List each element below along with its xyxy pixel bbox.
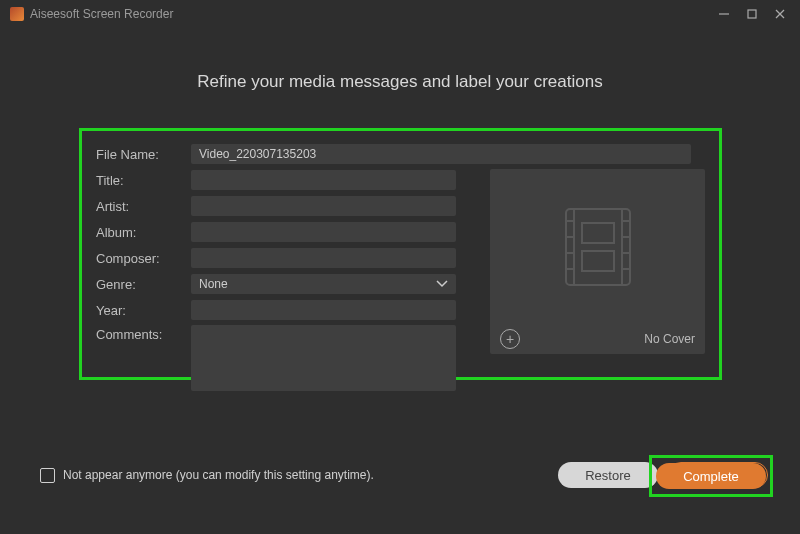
minimize-button[interactable] <box>710 4 738 24</box>
cover-preview <box>490 169 705 324</box>
complete-highlight: Complete <box>649 455 773 497</box>
select-genre-value: None <box>199 277 228 291</box>
input-year[interactable] <box>191 300 456 320</box>
minimize-icon <box>718 8 730 20</box>
row-file-name: File Name: <box>96 143 705 165</box>
not-appear-checkbox[interactable]: Not appear anymore (you can modify this … <box>40 468 374 483</box>
titlebar: Aiseesoft Screen Recorder <box>0 0 800 28</box>
svg-rect-7 <box>582 223 614 243</box>
restore-button[interactable]: Restore <box>558 462 658 488</box>
svg-rect-4 <box>566 209 630 285</box>
maximize-icon <box>746 8 758 20</box>
window-controls <box>710 4 794 24</box>
label-year: Year: <box>96 303 191 318</box>
close-button[interactable] <box>766 4 794 24</box>
input-artist[interactable] <box>191 196 456 216</box>
window-title: Aiseesoft Screen Recorder <box>30 7 173 21</box>
label-album: Album: <box>96 225 191 240</box>
label-artist: Artist: <box>96 199 191 214</box>
input-comments[interactable] <box>191 325 456 391</box>
metadata-panel: File Name: Title: Artist: Album: Compose… <box>79 128 722 380</box>
close-icon <box>774 8 786 20</box>
no-cover-label: No Cover <box>644 332 695 346</box>
label-genre: Genre: <box>96 277 191 292</box>
add-cover-button[interactable]: + <box>500 329 520 349</box>
page-heading: Refine your media messages and label you… <box>0 72 800 92</box>
checkbox-label: Not appear anymore (you can modify this … <box>63 468 374 482</box>
select-genre[interactable]: None <box>191 274 456 294</box>
input-file-name[interactable] <box>191 144 691 164</box>
input-composer[interactable] <box>191 248 456 268</box>
label-composer: Composer: <box>96 251 191 266</box>
label-file-name: File Name: <box>96 147 191 162</box>
chevron-down-icon <box>436 278 448 290</box>
plus-icon: + <box>506 332 514 346</box>
complete-button[interactable]: Complete <box>656 463 766 489</box>
input-album[interactable] <box>191 222 456 242</box>
label-title: Title: <box>96 173 191 188</box>
film-placeholder-icon <box>548 197 648 297</box>
titlebar-left: Aiseesoft Screen Recorder <box>10 7 173 21</box>
svg-rect-1 <box>748 10 756 18</box>
input-title[interactable] <box>191 170 456 190</box>
cover-box: + No Cover <box>490 169 705 354</box>
svg-rect-8 <box>582 251 614 271</box>
checkbox-box <box>40 468 55 483</box>
app-icon <box>10 7 24 21</box>
label-comments: Comments: <box>96 325 191 391</box>
cover-footer: + No Cover <box>490 324 705 354</box>
maximize-button[interactable] <box>738 4 766 24</box>
